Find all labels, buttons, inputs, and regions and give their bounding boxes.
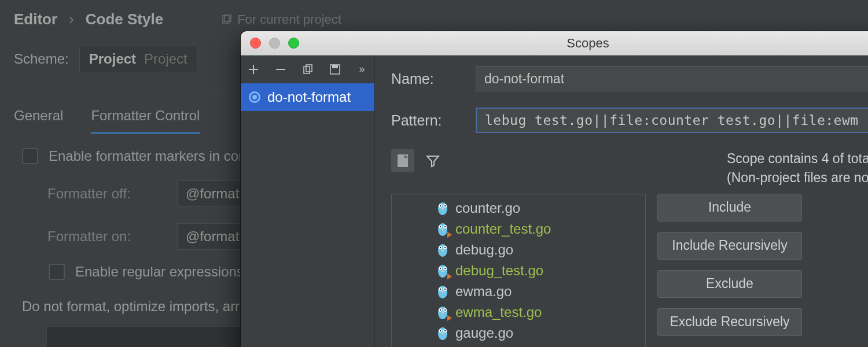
svg-point-43 <box>442 312 444 313</box>
svg-point-17 <box>440 226 441 227</box>
svg-rect-0 <box>223 16 229 23</box>
go-file-icon <box>437 284 448 299</box>
svg-rect-2 <box>304 67 310 73</box>
svg-point-24 <box>444 246 446 248</box>
go-file-icon <box>437 222 448 237</box>
svg-point-49 <box>442 333 444 334</box>
svg-point-25 <box>442 249 444 251</box>
breadcrumb-code-style[interactable]: Code Style <box>86 10 163 28</box>
local-scope-icon <box>249 91 260 103</box>
scopes-toolbar: » <box>241 56 374 83</box>
copy-icon <box>221 14 233 25</box>
filter-icon[interactable] <box>421 149 444 172</box>
file-tree-item[interactable]: gauge.go <box>392 323 645 344</box>
tab-general[interactable]: General <box>14 108 63 134</box>
current-project-hint: For current project <box>221 12 341 27</box>
tab-formatter-control[interactable]: Formatter Control <box>91 108 200 134</box>
svg-point-48 <box>444 330 446 331</box>
include-recursively-button[interactable]: Include Recursively <box>657 232 802 260</box>
svg-point-36 <box>444 288 446 289</box>
file-tree-item[interactable]: counter.go <box>392 198 645 219</box>
scheme-label: Scheme: <box>14 51 69 67</box>
enable-regex-checkbox[interactable] <box>49 264 65 280</box>
scope-editor-pane: Name: Pattern: Scope contains 4 of tot <box>375 56 868 347</box>
chevron-right-icon: › <box>69 10 74 28</box>
scope-item-label: do-not-format <box>267 89 351 105</box>
svg-point-11 <box>440 205 441 206</box>
file-tree-item[interactable]: debug_test.go <box>392 260 645 281</box>
svg-point-29 <box>440 267 441 268</box>
svg-point-12 <box>444 205 446 206</box>
scheme-name-bold: Project <box>89 51 136 67</box>
formatter-off-label: Formatter off: <box>47 186 163 202</box>
scope-name-input[interactable] <box>476 66 868 91</box>
svg-point-30 <box>444 267 446 268</box>
exclude-recursively-button[interactable]: Exclude Recursively <box>657 308 802 336</box>
file-tree-item[interactable]: counter_test.go <box>392 219 645 239</box>
scope-pattern-input[interactable] <box>476 108 868 133</box>
enable-markers-checkbox[interactable] <box>22 148 38 164</box>
svg-rect-5 <box>332 65 338 68</box>
scope-file-tree[interactable]: counter.go counter_test.go debug.go debu… <box>391 194 646 347</box>
include-button[interactable]: Include <box>657 194 802 222</box>
go-file-icon <box>437 305 448 320</box>
svg-rect-3 <box>306 65 312 72</box>
file-name: debug.go <box>455 242 513 258</box>
file-name: counter.go <box>455 200 520 216</box>
svg-point-31 <box>442 270 444 272</box>
svg-point-19 <box>442 228 444 230</box>
svg-point-35 <box>440 288 441 289</box>
save-icon[interactable] <box>329 63 340 76</box>
svg-point-13 <box>442 208 444 209</box>
svg-point-37 <box>442 291 444 293</box>
scheme-dropdown[interactable]: Project Project <box>79 46 197 72</box>
file-tree-item[interactable]: debug.go <box>392 239 645 260</box>
svg-point-47 <box>440 330 441 331</box>
go-file-icon <box>437 263 448 278</box>
name-label: Name: <box>391 71 455 87</box>
go-file-icon <box>437 326 448 341</box>
svg-point-42 <box>444 309 446 310</box>
file-name: debug_test.go <box>455 263 543 279</box>
titlebar[interactable]: Scopes <box>241 31 868 56</box>
svg-point-41 <box>440 309 441 310</box>
show-files-icon[interactable] <box>391 149 414 172</box>
file-name: ewma_test.go <box>455 304 542 320</box>
svg-point-23 <box>440 246 441 248</box>
scope-stats: Scope contains 4 of total 62 (Non-projec… <box>727 149 868 188</box>
file-name: gauge.go <box>455 325 513 341</box>
pattern-label: Pattern: <box>391 112 455 129</box>
file-tree-item[interactable]: ewma.go <box>392 281 645 302</box>
copy-icon[interactable] <box>302 63 313 76</box>
scope-list-item[interactable]: do-not-format <box>241 83 374 111</box>
scopes-dialog: Scopes » do-not-format Name: <box>241 31 868 347</box>
go-file-icon <box>437 201 448 216</box>
file-name: ewma.go <box>455 283 512 300</box>
formatter-on-label: Formatter on: <box>47 228 163 245</box>
file-tree-item[interactable]: ewma_test.go <box>392 302 645 323</box>
svg-point-18 <box>444 226 446 227</box>
add-icon[interactable] <box>248 63 259 76</box>
go-file-icon <box>437 242 448 257</box>
dialog-title: Scopes <box>241 36 868 51</box>
breadcrumb-editor[interactable]: Editor <box>14 10 57 28</box>
breadcrumb: Editor › Code Style For current project <box>14 10 854 28</box>
file-name: counter_test.go <box>455 221 551 237</box>
more-icon[interactable]: » <box>356 63 367 76</box>
remove-icon[interactable] <box>275 63 286 76</box>
scheme-name-dim: Project <box>144 51 187 67</box>
exclude-button[interactable]: Exclude <box>657 270 802 298</box>
svg-rect-1 <box>225 14 231 21</box>
scopes-list-pane: » do-not-format <box>241 56 375 347</box>
